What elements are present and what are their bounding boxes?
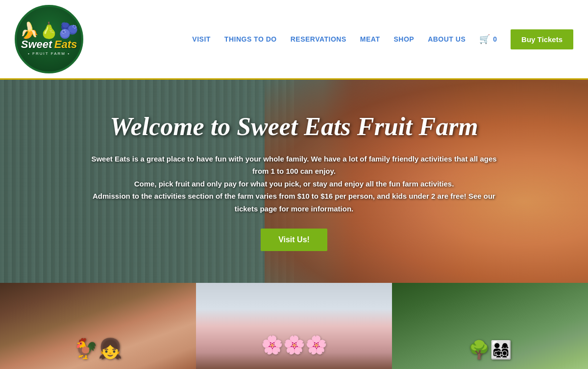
logo-eats-text: Eats: [54, 38, 77, 50]
main-nav: VISIT THINGS TO DO RESERVATIONS MEAT SHO…: [192, 29, 573, 49]
photo-blossoms: [196, 283, 392, 369]
photo-chickens: [0, 283, 196, 369]
logo-image: 🍌🍐🫐 Sweet Eats • FRUIT FARM •: [15, 5, 83, 73]
cart-count: 0: [493, 35, 497, 43]
hero-description: Sweet Eats is a great place to have fun …: [83, 153, 505, 215]
site-header: 🍌🍐🫐 Sweet Eats • FRUIT FARM • VISIT THIN…: [0, 0, 588, 80]
photo-grid: [0, 283, 588, 369]
hero-desc-line2: Come, pick fruit and only pay for what y…: [83, 178, 505, 190]
cart-button[interactable]: 🛒 0: [479, 34, 497, 45]
cart-icon: 🛒: [479, 34, 490, 45]
nav-item-things-to-do[interactable]: THINGS TO DO: [224, 35, 277, 43]
logo-area[interactable]: 🍌🍐🫐 Sweet Eats • FRUIT FARM •: [15, 5, 83, 73]
visit-us-button[interactable]: Visit Us!: [261, 229, 327, 251]
nav-item-visit[interactable]: VISIT: [192, 35, 211, 43]
nav-item-about-us[interactable]: ABOUT US: [428, 35, 466, 43]
nav-item-meat[interactable]: MEAT: [360, 35, 380, 43]
photo-picnic: [392, 283, 588, 369]
hero-desc-line3: Admission to the activities section of t…: [83, 190, 505, 215]
nav-item-shop[interactable]: SHOP: [393, 35, 414, 43]
hero-desc-line1: Sweet Eats is a great place to have fun …: [83, 153, 505, 178]
nav-item-reservations[interactable]: RESERVATIONS: [291, 35, 346, 43]
buy-tickets-button[interactable]: Buy Tickets: [511, 29, 573, 49]
hero-content: Welcome to Sweet Eats Fruit Farm Sweet E…: [74, 102, 514, 261]
hero-title: Welcome to Sweet Eats Fruit Farm: [83, 112, 505, 142]
logo-sweet-text: Sweet: [21, 38, 52, 50]
logo-subtitle: • FRUIT FARM •: [20, 51, 78, 56]
hero-section: Welcome to Sweet Eats Fruit Farm Sweet E…: [0, 80, 588, 283]
logo-fruit-icons: 🍌🍐🫐: [20, 23, 78, 38]
